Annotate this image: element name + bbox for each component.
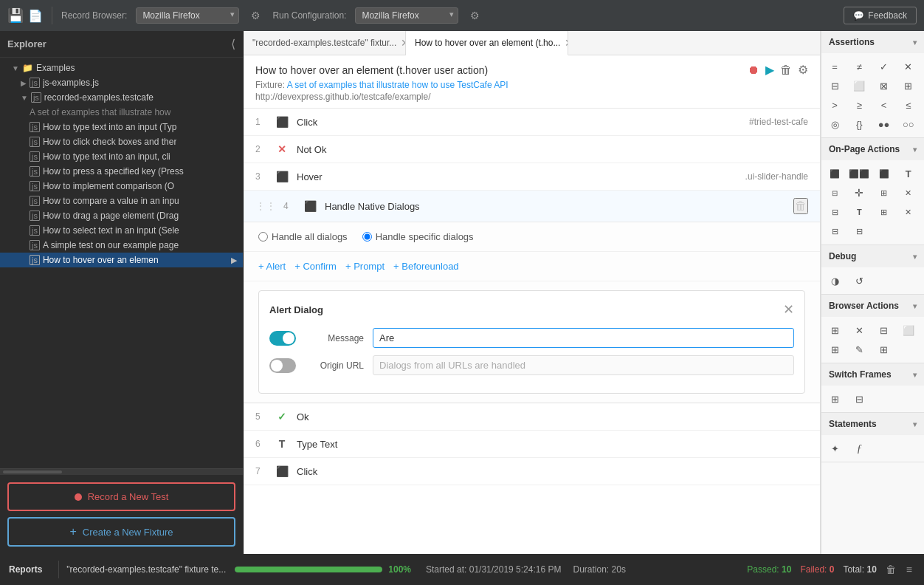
record-new-test-button[interactable]: Record a New Test (7, 482, 235, 511)
feedback-button[interactable]: 💬 Feedback (844, 7, 917, 24)
tab-fixture-close[interactable]: ✕ (401, 37, 406, 49)
step-row-1[interactable]: 1 ⬛ Click #tried-test-cafe (244, 109, 820, 136)
origin-url-toggle[interactable] (269, 358, 296, 373)
assertions-header[interactable]: Assertions ▾ (821, 31, 924, 53)
tree-item-t7[interactable]: js How to drag a page element (Drag (0, 208, 243, 223)
action-hover-btn[interactable]: ⊞ (874, 184, 894, 202)
delete-button[interactable]: 🗑 (780, 64, 792, 77)
tree-item-t1[interactable]: js How to type text into an input (Typ (0, 120, 243, 134)
explorer-collapse-button[interactable]: ⟨ (231, 37, 235, 51)
action-keypress-btn[interactable]: ✕ (898, 184, 919, 202)
step-4-delete-button[interactable]: 🗑 (793, 198, 808, 214)
step-row-6[interactable]: 6 T Type Text (244, 431, 820, 458)
radio-handle-all[interactable]: Handle all dialogs (258, 231, 348, 242)
tree-item-t6[interactable]: js How to compare a value in an inpu (0, 194, 243, 208)
statements-header[interactable]: Statements ▾ (821, 413, 924, 435)
browser-resize-btn[interactable]: ⬜ (898, 321, 919, 339)
message-input[interactable] (373, 328, 794, 348)
status-delete-button[interactable]: 🗑 (883, 562, 899, 577)
tree-item-t4[interactable]: js How to press a specified key (Press (0, 164, 243, 179)
assert-lte-btn[interactable]: ≤ (898, 96, 919, 114)
create-new-fixture-button[interactable]: + Create a New Fixture (7, 517, 235, 547)
tab-hover-test[interactable]: How to hover over an element (t.ho... ✕ (406, 31, 568, 55)
assert-match-btn[interactable]: ⊠ (874, 77, 894, 95)
assert-not-contains-btn[interactable]: ⬜ (849, 77, 869, 95)
browser-screenshot-btn[interactable]: ⊞ (874, 341, 894, 358)
tree-item-t2[interactable]: js How to click check boxes and ther (0, 134, 243, 149)
tree-item-t5[interactable]: js How to implement comparison (O (0, 179, 243, 194)
step-row-5[interactable]: 5 ✓ Ok (244, 403, 820, 431)
action-typetext-btn[interactable]: T (849, 203, 869, 221)
horizontal-scrollbar[interactable] (3, 471, 62, 473)
alert-dialog-close-button[interactable]: ✕ (783, 301, 794, 318)
add-beforeunload-button[interactable]: + Beforeunload (393, 258, 459, 275)
action-type-btn[interactable]: T (898, 165, 919, 182)
debug-continue-btn[interactable]: ↺ (849, 272, 869, 290)
tree-item-desc[interactable]: A set of examples that illustrate how (0, 105, 243, 120)
action-skip-btn[interactable]: ⊟ (849, 222, 869, 240)
radio-all-input[interactable] (258, 232, 268, 242)
tree-root-examples[interactable]: ▼ 📁 Examples (0, 61, 243, 75)
action-dblclick-btn[interactable]: ⬛⬛ (849, 165, 869, 182)
run-config-select[interactable]: Mozilla Firefox Google Chrome (355, 7, 458, 24)
run-button[interactable]: ▶ (765, 63, 774, 77)
radio-specific-input[interactable] (362, 232, 372, 242)
add-prompt-button[interactable]: + Prompt (345, 258, 385, 275)
settings-button[interactable]: ⚙ (798, 63, 808, 77)
switch-frames-header[interactable]: Switch Frames ▾ (821, 363, 924, 386)
action-clear-btn[interactable]: ✕ (898, 203, 919, 221)
action-click-btn[interactable]: ⬛ (824, 165, 845, 182)
assert-deep-btn[interactable]: ●● (874, 115, 894, 133)
browser-wait-btn[interactable]: ⊞ (824, 341, 845, 358)
tab-hover-close[interactable]: ✕ (565, 37, 568, 49)
assert-not-equals-btn[interactable]: ≠ (849, 58, 869, 75)
message-toggle[interactable] (269, 331, 296, 346)
run-config-gear[interactable]: ⚙ (467, 8, 483, 23)
action-upload-btn[interactable]: ⊟ (824, 203, 845, 221)
assert-gt-btn[interactable]: > (824, 96, 845, 114)
action-rightclick-btn[interactable]: ⬛ (874, 165, 894, 182)
statement-func-btn[interactable]: ƒ (849, 439, 869, 457)
step-row-2[interactable]: 2 ✕ Not Ok (244, 136, 820, 163)
on-page-actions-header[interactable]: On-Page Actions ▾ (821, 138, 924, 160)
fixture-link[interactable]: A set of examples that illustrate how to… (287, 80, 508, 90)
assert-not-ok-btn[interactable]: ✕ (898, 58, 919, 75)
record-browser-select[interactable]: Mozilla Firefox Google Chrome (136, 7, 239, 24)
record-browser-gear[interactable]: ⚙ (248, 8, 263, 23)
action-handle-dialog-btn[interactable]: ⊟ (824, 222, 845, 240)
tree-item-t10[interactable]: js How to hover over an elemen ▶ (0, 253, 243, 267)
assert-equals-btn[interactable]: = (824, 58, 845, 75)
browser-navigate-btn[interactable]: ⊞ (824, 321, 845, 339)
record-stop-button[interactable]: ⏺ (748, 64, 759, 77)
debug-pause-btn[interactable]: ◑ (824, 272, 845, 290)
action-select-btn[interactable]: ⊟ (824, 184, 845, 202)
browser-back-btn[interactable]: ⊟ (874, 321, 894, 339)
tree-item-js-examples[interactable]: ▶ js js-examples.js (0, 75, 243, 90)
save-icon[interactable]: 💾 (7, 7, 24, 24)
tree-item-recorded[interactable]: ▼ js recorded-examples.testcafe (0, 90, 243, 105)
assert-within-btn[interactable]: ◎ (824, 115, 845, 133)
assert-ok-btn[interactable]: ✓ (874, 58, 894, 75)
tree-item-t3[interactable]: js How to type text into an input, cli (0, 149, 243, 164)
browser-close-btn[interactable]: ✕ (849, 321, 869, 339)
step-row-3[interactable]: 3 ⬛ Hover .ui-slider-handle (244, 163, 820, 191)
step-row-7[interactable]: 7 ⬛ Click (244, 458, 820, 485)
radio-handle-specific[interactable]: Handle specific dialogs (362, 231, 474, 242)
assert-contains-btn[interactable]: ⊟ (824, 77, 845, 95)
browser-actions-header[interactable]: Browser Actions ▾ (821, 295, 924, 317)
assert-not-deep-btn[interactable]: ○○ (898, 115, 919, 133)
browser-eval-btn[interactable]: ✎ (849, 341, 869, 358)
add-alert-button[interactable]: + Alert (258, 258, 286, 275)
action-scroll-btn[interactable]: ⊞ (874, 203, 894, 221)
assert-lt-btn[interactable]: < (874, 96, 894, 114)
action-drag-btn[interactable]: ✛ (849, 184, 869, 202)
drag-handle-4[interactable]: ⋮⋮ (255, 200, 276, 212)
save2-icon[interactable]: 📄 (28, 9, 43, 23)
step-4-header[interactable]: ⋮⋮ 4 ⬛ Handle Native Dialogs 🗑 (244, 191, 820, 222)
switch-frame-in-btn[interactable]: ⊞ (824, 390, 845, 408)
tree-item-t9[interactable]: js A simple test on our example page (0, 238, 243, 253)
assert-not-match-btn[interactable]: ⊞ (898, 77, 919, 95)
statement-if-btn[interactable]: ✦ (824, 439, 845, 457)
assert-type-btn[interactable]: {} (849, 115, 869, 133)
status-expand-button[interactable]: ≡ (903, 562, 915, 577)
